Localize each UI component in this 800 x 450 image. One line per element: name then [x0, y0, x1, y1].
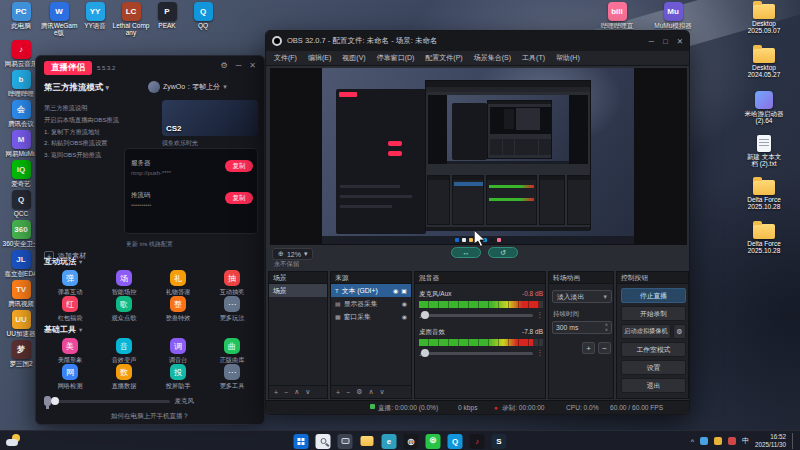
tool-song-request[interactable]: 歌观众点歌 [98, 296, 150, 323]
source-properties-button[interactable]: ⚙ [356, 388, 362, 396]
menu-help[interactable]: 帮助(H) [556, 53, 580, 63]
desktop-icon-wegame[interactable]: W腾讯WeGame版 [40, 2, 78, 37]
desktop-icon-folder[interactable]: Delta Force2025.10.28 [736, 222, 792, 255]
desktop-icon-folder[interactable]: Desktop2024.05.27 [736, 46, 792, 79]
spin-down-icon[interactable]: ∨ [605, 328, 608, 333]
scene-item[interactable]: 场景 [269, 284, 327, 297]
qq-taskbar-button[interactable]: Q [448, 434, 463, 449]
obs-taskbar-button[interactable]: ◎ [404, 434, 419, 449]
show-desktop-button[interactable] [792, 433, 794, 449]
desktop-icon-peak[interactable]: PPEAK [148, 2, 186, 29]
file-explorer-button[interactable] [360, 434, 375, 449]
desktop-icon-lethal-company[interactable]: LCLethal Company [112, 2, 150, 37]
tool-danmaku[interactable]: 弹弹幕互动 [44, 270, 96, 297]
desktop-icon-folder[interactable]: Delta Force2025.10.28 [736, 178, 792, 211]
visibility-eye-icon[interactable]: ◉ [393, 287, 398, 294]
search-button[interactable] [316, 434, 331, 449]
minimize-icon[interactable]: ─ [236, 61, 242, 70]
input-language-switch[interactable]: 中 [742, 436, 749, 446]
tool-smart-control[interactable]: 场智能场控 [98, 270, 150, 297]
source-up-button[interactable]: ∧ [368, 388, 373, 396]
add-source-button[interactable]: + [336, 389, 340, 396]
add-transition-button[interactable]: + [582, 342, 595, 354]
mode-selector[interactable]: 第三方推流模式▾ [44, 82, 109, 94]
source-item-text[interactable]: T 文本 (GDI+) ◉▣ [331, 284, 411, 297]
volume-slider[interactable] [426, 314, 532, 317]
source-item-display-capture[interactable]: ▤ 显示器采集 ◉ [331, 297, 411, 310]
source-down-button[interactable]: ∨ [380, 388, 385, 396]
live-companion-taskbar-button[interactable]: ♪ [470, 434, 485, 449]
iris-hint-link[interactable]: 更新 iris 线路配置 [126, 240, 173, 249]
user-account[interactable]: ZywOo：零帧上分 ▾ [148, 81, 227, 93]
start-button[interactable] [294, 434, 309, 449]
remove-scene-button[interactable]: − [284, 389, 288, 396]
menu-edit[interactable]: 编辑(E) [308, 53, 331, 63]
exit-button[interactable]: 退出 [621, 378, 686, 393]
slider-knob[interactable] [421, 349, 429, 357]
remove-source-button[interactable]: − [346, 389, 350, 396]
tool-prank-fx[interactable]: 整整蛊特效 [152, 296, 204, 323]
tool-soundfx[interactable]: 音音效变声 [98, 338, 150, 365]
tray-app-icon[interactable] [700, 437, 708, 445]
tool-mixer[interactable]: 调调音台 [152, 338, 204, 365]
desktop-icon-launcher[interactable]: 米哈游启动器(2).64 [736, 90, 792, 125]
tool-network-test[interactable]: 网网络检测 [44, 364, 96, 391]
close-icon[interactable]: ✕ [249, 61, 256, 70]
edge-button[interactable]: e [382, 434, 397, 449]
stop-streaming-button[interactable]: 停止直播 [621, 288, 686, 303]
minimize-icon[interactable]: ─ [649, 37, 654, 46]
visibility-eye-icon[interactable]: ◉ [402, 313, 407, 320]
start-recording-button[interactable]: 开始录制 [621, 306, 686, 321]
virtual-camera-config-button[interactable]: ⚙ [673, 324, 686, 339]
transition-select[interactable]: 淡入淡出▾ [552, 290, 612, 303]
tool-more-tools[interactable]: ⋯更多工具 [206, 364, 258, 391]
tool-music-lib[interactable]: 曲正版曲库 [206, 338, 258, 365]
duration-spinner[interactable]: 300 ms∧∨ [552, 321, 612, 334]
desktop-icon-qq[interactable]: QQQ [184, 2, 222, 29]
section-interactive-title[interactable]: 互动玩法▾ [44, 256, 82, 267]
menu-docks[interactable]: 停靠窗口(D) [377, 53, 415, 63]
tool-beauty[interactable]: 美美颜形象 [44, 338, 96, 365]
copy-server-button[interactable]: 复制 [225, 160, 253, 172]
weather-widget[interactable] [6, 434, 20, 448]
tray-app-icon[interactable] [714, 437, 722, 445]
desktop-icon-this-pc[interactable]: PC 此电脑 [2, 2, 40, 29]
scene-up-button[interactable]: ∧ [294, 388, 299, 396]
source-item-window-capture[interactable]: ▦ 窗口采集 ◉ [331, 310, 411, 323]
virtual-camera-button[interactable]: 启动虚拟摄像机 [621, 324, 671, 339]
obs-preview[interactable] [270, 68, 687, 245]
tool-lottery[interactable]: 抽互动抽奖 [206, 270, 258, 297]
zoom-chip[interactable]: ⊕ 12% ▾ [272, 248, 313, 260]
obs-titlebar[interactable]: OBS 32.0.7 - 配置文件: 未命名 - 场景: 未命名 ─ □ ✕ [266, 31, 689, 51]
wechat-taskbar-button[interactable]: ⦾ [426, 434, 441, 449]
section-tools-title[interactable]: 基础工具▾ [44, 324, 82, 335]
live-cover-card[interactable]: CS2 [162, 100, 258, 136]
tool-live-data[interactable]: 数直播数据 [98, 364, 150, 391]
lock-icon[interactable]: ▣ [401, 287, 407, 294]
studio-mode-button[interactable]: 工作室模式 [621, 342, 686, 357]
volume-slider[interactable] [426, 352, 532, 355]
steam-taskbar-button[interactable]: S [492, 434, 507, 449]
taskbar-clock[interactable]: 16:52 2025/11/30 [755, 433, 786, 449]
menu-file[interactable]: 文件(F) [274, 53, 297, 63]
menu-view[interactable]: 视图(V) [342, 53, 365, 63]
menu-tools[interactable]: 工具(T) [522, 53, 545, 63]
tray-app-icon[interactable] [728, 437, 736, 445]
slider-knob[interactable] [51, 397, 59, 405]
tool-more-play[interactable]: ⋯更多玩法 [206, 296, 258, 323]
channel-options-icon[interactable]: ⋮ [537, 349, 544, 357]
desktop-icon-yy[interactable]: YYYY语音 [76, 2, 114, 29]
preview-reset-button[interactable]: ↺ [488, 247, 518, 258]
close-icon[interactable]: ✕ [677, 37, 683, 46]
settings-icon[interactable]: ⚙ [220, 61, 227, 70]
desktop-icon-mumu-emu[interactable]: MuMuMu模拟器 [654, 2, 692, 29]
tool-cast[interactable]: 投投屏助手 [152, 364, 204, 391]
copy-streamkey-button[interactable]: 复制 [225, 192, 253, 204]
task-view-button[interactable] [338, 434, 353, 449]
preview-pan-button[interactable]: ↔ [451, 247, 481, 258]
add-scene-button[interactable]: + [274, 389, 278, 396]
slider-knob[interactable] [421, 311, 429, 319]
channel-options-icon[interactable]: ⋮ [537, 311, 544, 319]
desktop-icon-textfile[interactable]: 新建 文本文档 (2).txt [736, 134, 792, 168]
mic-volume-slider[interactable] [56, 400, 170, 403]
